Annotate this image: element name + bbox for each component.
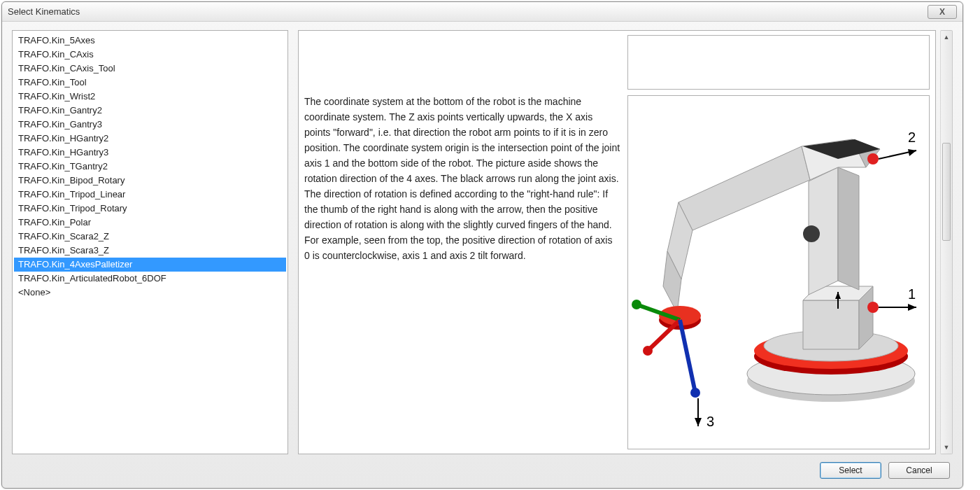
description-column: The coordinate system at the bottom of t… (304, 35, 620, 449)
list-item[interactable]: TRAFO.Kin_Tool (14, 76, 286, 90)
list-item[interactable]: TRAFO.Kin_Bipod_Rotary (14, 174, 286, 188)
list-item[interactable]: TRAFO.Kin_5Axes (14, 34, 286, 48)
svg-line-14 (680, 320, 695, 393)
list-item[interactable]: TRAFO.Kin_Polar (14, 216, 286, 230)
titlebar[interactable]: Select Kinematics X (2, 2, 963, 22)
axis-label-2: 2 (908, 130, 916, 145)
close-icon: X (939, 7, 945, 17)
list-item[interactable]: TRAFO.Kin_Wrist2 (14, 90, 286, 104)
svg-point-13 (643, 346, 653, 356)
right-area: The coordinate system at the bottom of t… (298, 30, 953, 454)
svg-point-11 (632, 300, 641, 309)
list-item[interactable]: TRAFO.Kin_Tripod_Linear (14, 188, 286, 202)
list-item[interactable]: TRAFO.Kin_Gantry3 (14, 118, 286, 132)
dialog-window: Select Kinematics X TRAFO.Kin_5AxesTRAFO… (1, 1, 963, 489)
svg-point-6 (803, 225, 820, 242)
list-item[interactable]: TRAFO.Kin_4AxesPalletizer (14, 258, 286, 272)
svg-point-5 (867, 302, 879, 313)
image-box-top (627, 35, 930, 90)
list-item[interactable]: <None> (14, 286, 286, 300)
robot-illustration: 3 1 2 (628, 96, 929, 449)
list-item[interactable]: TRAFO.Kin_Scara3_Z (14, 244, 286, 258)
list-item[interactable]: TRAFO.Kin_ArticulatedRobot_6DOF (14, 272, 286, 286)
cancel-button[interactable]: Cancel (888, 462, 950, 479)
list-item[interactable]: TRAFO.Kin_TGantry2 (14, 160, 286, 174)
select-button[interactable]: Select (820, 462, 881, 479)
axis-label-3: 3 (706, 414, 714, 429)
description-text: The coordinate system at the bottom of t… (304, 35, 620, 263)
details-panel: The coordinate system at the bottom of t… (298, 30, 936, 454)
scroll-down-icon[interactable]: ▼ (941, 441, 952, 454)
kinematics-listbox[interactable]: TRAFO.Kin_5AxesTRAFO.Kin_CAxisTRAFO.Kin_… (12, 30, 288, 454)
content-area: TRAFO.Kin_5AxesTRAFO.Kin_CAxisTRAFO.Kin_… (2, 22, 963, 457)
list-item[interactable]: TRAFO.Kin_HGantry3 (14, 146, 286, 160)
axis-label-1: 1 (908, 286, 916, 302)
list-item[interactable]: TRAFO.Kin_CAxis_Tool (14, 62, 286, 76)
list-item[interactable]: TRAFO.Kin_CAxis (14, 48, 286, 62)
list-item[interactable]: TRAFO.Kin_Tripod_Rotary (14, 202, 286, 216)
list-item[interactable]: TRAFO.Kin_Scara2_Z (14, 230, 286, 244)
svg-point-15 (690, 388, 700, 398)
image-box-main: 3 1 2 (627, 95, 930, 449)
scroll-up-icon[interactable]: ▲ (941, 31, 952, 43)
close-button[interactable]: X (928, 5, 957, 19)
image-column: 3 1 2 (627, 35, 930, 449)
scroll-thumb[interactable] (942, 143, 951, 241)
svg-point-7 (867, 153, 879, 164)
dialog-footer: Select Cancel (2, 457, 963, 488)
list-item[interactable]: TRAFO.Kin_HGantry2 (14, 132, 286, 146)
list-item[interactable]: TRAFO.Kin_Gantry2 (14, 104, 286, 118)
vertical-scrollbar[interactable]: ▲ ▼ (940, 30, 953, 454)
window-title: Select Kinematics (8, 6, 928, 17)
